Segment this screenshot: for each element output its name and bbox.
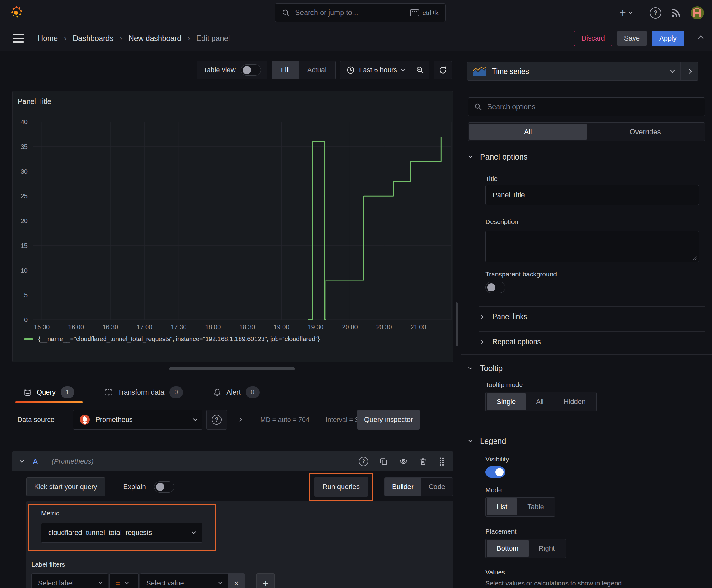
zoom-out-button[interactable] <box>411 61 429 79</box>
apply-button[interactable]: Apply <box>652 31 684 46</box>
metric-select[interactable]: cloudflared_tunnel_total_requests <box>41 523 202 543</box>
svg-text:19:30: 19:30 <box>308 323 323 331</box>
query-inspector-button[interactable]: Query inspector <box>357 410 420 430</box>
code-option[interactable]: Code <box>421 478 453 496</box>
panel-options-header[interactable]: Panel options <box>469 152 528 162</box>
legend-placement-bottom[interactable]: Bottom <box>487 540 528 557</box>
resize-grip-icon[interactable] <box>693 256 697 260</box>
panel-links-section[interactable]: Panel links <box>480 313 527 321</box>
add-filter-button[interactable]: + <box>257 573 275 588</box>
legend-header[interactable]: Legend <box>469 437 506 446</box>
divider <box>691 31 691 45</box>
breadcrumb-new-dashboard[interactable]: New dashboard <box>128 34 181 43</box>
svg-text:35: 35 <box>21 143 28 150</box>
help-button[interactable]: ? <box>650 7 661 19</box>
refresh-icon <box>438 66 447 75</box>
select-value-placeholder: Select value <box>146 579 214 587</box>
legend-visibility-toggle[interactable] <box>486 466 505 478</box>
chevron-right-icon[interactable] <box>238 417 242 422</box>
drag-query-handle-icon[interactable] <box>438 457 445 466</box>
save-button[interactable]: Save <box>617 31 647 46</box>
pane-resize-handle[interactable] <box>169 367 295 370</box>
kick-start-button[interactable]: Kick start your query <box>26 478 105 496</box>
tooltip-mode-single[interactable]: Single <box>487 393 526 410</box>
tooltip-title: Tooltip <box>480 364 503 373</box>
panel-options-title: Panel options <box>480 152 528 162</box>
svg-text:30: 30 <box>21 168 28 175</box>
news-rss-icon[interactable] <box>670 7 682 19</box>
time-range-button[interactable]: Last 6 hours <box>340 66 411 74</box>
svg-text:0: 0 <box>24 316 28 323</box>
chevron-up-icon[interactable] <box>698 36 704 41</box>
select-label-dropdown[interactable]: Select label <box>31 573 108 588</box>
description-textarea[interactable] <box>486 231 699 262</box>
new-menu-button[interactable]: + <box>619 7 632 19</box>
breadcrumb-bar: Home › Dashboards › New dashboard › Edit… <box>0 25 712 51</box>
tab-query[interactable]: Query 1 <box>15 382 83 403</box>
legend-series-swatch[interactable] <box>24 338 33 340</box>
user-avatar[interactable] <box>691 6 704 19</box>
chevron-down-icon <box>670 68 675 72</box>
visualization-picker[interactable]: Time series <box>467 62 698 81</box>
chevron-down-icon <box>401 67 405 71</box>
duplicate-query-icon[interactable] <box>380 457 388 465</box>
datasource-help-button[interactable]: ? <box>206 410 227 430</box>
legend-placement-segmented: Bottom Right <box>486 539 566 558</box>
collapse-options-button[interactable] <box>681 62 698 80</box>
svg-text:20:00: 20:00 <box>342 323 358 331</box>
breadcrumb-home[interactable]: Home <box>38 34 58 43</box>
legend-series-label[interactable]: {__name__="cloudflared_tunnel_total_requ… <box>38 335 320 343</box>
search-options-input[interactable]: Search options <box>468 97 705 116</box>
operator-dropdown[interactable]: = <box>109 573 139 588</box>
delete-query-icon[interactable] <box>419 457 427 465</box>
global-search-input[interactable]: Search or jump to... ctrl+k <box>275 3 446 22</box>
table-view-toggle[interactable] <box>241 64 261 76</box>
legend-title: Legend <box>480 437 506 446</box>
visualization-name: Time series <box>492 67 671 76</box>
explain-toggle[interactable] <box>154 481 174 492</box>
tab-overrides[interactable]: Overrides <box>587 124 704 140</box>
select-value-dropdown[interactable]: Select value <box>140 573 228 588</box>
menu-toggle-button[interactable] <box>13 34 24 43</box>
chevron-down-icon <box>192 530 196 534</box>
database-icon <box>24 388 32 396</box>
builder-code-segmented: Builder Code <box>384 478 453 496</box>
remove-filter-button[interactable]: × <box>228 573 244 588</box>
svg-text:25: 25 <box>21 192 28 200</box>
builder-option[interactable]: Builder <box>385 478 421 496</box>
run-queries-button[interactable]: Run queries <box>314 477 368 497</box>
chart-legend: {__name__="cloudflared_tunnel_total_requ… <box>24 335 320 343</box>
operator-value: = <box>116 579 120 587</box>
collapse-query-icon[interactable] <box>20 459 24 463</box>
query-help-icon[interactable]: ? <box>359 457 368 466</box>
transparent-background-toggle[interactable] <box>486 282 505 293</box>
tooltip-mode-hidden[interactable]: Hidden <box>554 393 596 410</box>
scrollbar[interactable] <box>456 302 458 346</box>
tab-alert[interactable]: Alert 0 <box>205 382 267 403</box>
datasource-select[interactable]: Prometheus <box>73 410 202 430</box>
discard-button[interactable]: Discard <box>574 31 612 46</box>
legend-placement-right[interactable]: Right <box>528 540 565 557</box>
repeat-options-section[interactable]: Repeat options <box>480 338 541 346</box>
metric-value: cloudflared_tunnel_total_requests <box>48 529 186 537</box>
tooltip-header[interactable]: Tooltip <box>469 364 503 373</box>
fill-option[interactable]: Fill <box>272 61 299 79</box>
grafana-logo-icon[interactable] <box>9 5 24 20</box>
legend-mode-table[interactable]: Table <box>517 499 554 516</box>
refresh-button[interactable] <box>434 61 452 80</box>
query-editor-header[interactable]: A (Prometheus) ? <box>12 451 453 471</box>
time-range-label: Last 6 hours <box>359 66 397 74</box>
tab-transform-data[interactable]: Transform data 0 <box>96 382 191 403</box>
actual-option[interactable]: Actual <box>299 61 335 79</box>
panel-title[interactable]: Panel Title <box>18 97 51 106</box>
panel-title-input[interactable]: Panel Title <box>486 185 699 205</box>
breadcrumb-dashboards[interactable]: Dashboards <box>73 34 113 43</box>
timeseries-viz-icon <box>473 66 486 76</box>
hide-query-icon[interactable] <box>399 457 408 465</box>
divider <box>461 427 712 427</box>
legend-mode-list[interactable]: List <box>487 499 517 516</box>
tab-all[interactable]: All <box>469 124 587 140</box>
tooltip-mode-all[interactable]: All <box>526 393 554 410</box>
svg-text:18:30: 18:30 <box>239 323 255 331</box>
svg-text:17:30: 17:30 <box>171 323 187 331</box>
